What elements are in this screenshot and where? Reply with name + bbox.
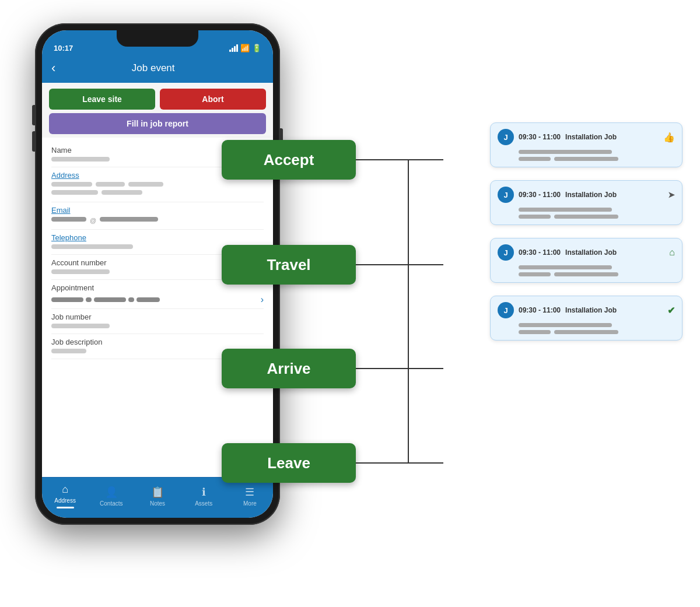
job-avatar-1: J <box>498 129 514 145</box>
travel-label: Travel <box>267 256 310 274</box>
job-avatar-4: J <box>498 302 514 318</box>
appointment-label: Appointment <box>51 283 264 292</box>
address-line1a <box>51 182 92 187</box>
check-icon: ✔ <box>667 305 675 316</box>
app-header: ‹ Job event <box>42 56 273 83</box>
job-number-label: Job number <box>51 313 264 321</box>
wifi-icon: 📶 <box>240 44 250 52</box>
job-title-2: Installation Job <box>565 191 617 199</box>
name-value <box>51 157 110 162</box>
travel-button[interactable]: Travel <box>222 245 356 285</box>
phone-notch <box>117 30 198 47</box>
address-line2a <box>51 190 98 195</box>
tab-address-label: Address <box>54 497 76 504</box>
email-part2 <box>100 217 158 222</box>
tab-address[interactable]: ⌂ Address <box>42 478 88 518</box>
signal-icon <box>229 44 238 52</box>
address-line1b <box>96 182 125 187</box>
telephone-value <box>51 244 133 249</box>
job-line-1a <box>519 150 612 154</box>
job-description-label: Job description <box>51 338 264 346</box>
address-line2b <box>102 190 142 195</box>
appointment-chevron[interactable]: › <box>261 294 264 305</box>
job-line-4a <box>519 323 612 327</box>
tab-contacts[interactable]: 👤 Contacts <box>88 478 134 518</box>
job-card-3-header: J 09:30 - 11:00 Installation Job ⌂ <box>498 244 675 261</box>
job-time-title-3: 09:30 - 11:00 Installation Job ⌂ <box>519 247 675 258</box>
job-card-2-header: J 09:30 - 11:00 Installation Job ➤ <box>498 187 675 203</box>
job-avatar-3: J <box>498 244 514 261</box>
form-area: Name Address <box>42 138 273 477</box>
accept-button[interactable]: Accept <box>222 140 356 180</box>
job-card-1: J 09:30 - 11:00 Installation Job 👍 <box>490 122 682 167</box>
battery-icon: 🔋 <box>252 44 261 52</box>
notes-tab-icon: 📋 <box>151 486 164 499</box>
tab-contacts-label: Contacts <box>100 500 123 507</box>
tab-notes[interactable]: 📋 Notes <box>134 478 180 518</box>
job-number-value <box>51 324 110 328</box>
active-tab-indicator <box>57 507 74 508</box>
appt-time <box>94 297 126 302</box>
back-button[interactable]: ‹ <box>51 61 55 76</box>
appointment-value <box>51 297 160 302</box>
fill-report-button[interactable]: Fill in job report <box>49 113 266 134</box>
job-time-title-4: 09:30 - 11:00 Installation Job ✔ <box>519 305 675 316</box>
tab-notes-label: Notes <box>150 500 165 507</box>
job-card-2: J 09:30 - 11:00 Installation Job ➤ <box>490 180 682 225</box>
job-line-4c <box>554 330 618 334</box>
tab-bar: ⌂ Address 👤 Contacts 📋 Notes ℹ Assets <box>42 477 273 518</box>
volume-up-button <box>32 105 35 125</box>
abort-button[interactable]: Abort <box>160 89 266 110</box>
job-line-3c <box>554 272 618 276</box>
job-description-value <box>51 349 86 353</box>
job-time-2: 09:30 - 11:00 <box>519 191 561 199</box>
leave-label: Leave <box>267 454 310 472</box>
job-title-4: Installation Job <box>565 306 617 314</box>
tab-more-label: More <box>243 500 257 507</box>
job-card-3: J 09:30 - 11:00 Installation Job ⌂ <box>490 238 682 283</box>
top-action-row: Leave site Abort <box>49 89 266 110</box>
home-icon: ⌂ <box>669 247 675 258</box>
leave-site-button[interactable]: Leave site <box>49 89 155 110</box>
leave-button[interactable]: Leave <box>222 443 356 483</box>
job-time-4: 09:30 - 11:00 <box>519 306 561 314</box>
tab-more[interactable]: ☰ More <box>227 478 273 518</box>
appt-sep1 <box>86 297 92 302</box>
job-time-title-1: 09:30 - 11:00 Installation Job 👍 <box>519 132 675 143</box>
job-line-1c <box>554 157 618 161</box>
telephone-label[interactable]: Telephone <box>51 233 264 242</box>
account-number-value <box>51 269 110 274</box>
assets-tab-icon: ℹ <box>202 486 206 499</box>
contacts-tab-icon: 👤 <box>105 486 118 499</box>
job-cards-area: J 09:30 - 11:00 Installation Job 👍 J 09:… <box>490 122 682 341</box>
volume-down-button <box>32 131 35 152</box>
job-card-1-lines <box>498 150 675 161</box>
job-line-2c <box>554 215 618 219</box>
job-line-3b <box>519 272 551 276</box>
arrive-button[interactable]: Arrive <box>222 349 356 388</box>
address-tab-icon: ⌂ <box>62 483 68 496</box>
address-line1c <box>128 182 163 187</box>
at-symbol: @ <box>90 217 96 224</box>
job-title-1: Installation Job <box>565 133 617 141</box>
job-line-1b <box>519 157 551 161</box>
job-number-field-group: Job number <box>51 309 264 334</box>
job-time-1: 09:30 - 11:00 <box>519 133 561 141</box>
email-label[interactable]: Email <box>51 206 264 215</box>
appt-sep2 <box>128 297 134 302</box>
accept-label: Accept <box>264 151 314 169</box>
tab-assets[interactable]: ℹ Assets <box>181 478 227 518</box>
email-field-group: Email @ <box>51 202 264 230</box>
job-card-4: J 09:30 - 11:00 Installation Job ✔ <box>490 296 682 341</box>
navigate-icon: ➤ <box>668 190 675 199</box>
job-card-3-lines <box>498 265 675 276</box>
job-time-title-2: 09:30 - 11:00 Installation Job ➤ <box>519 190 675 199</box>
action-buttons-area: Leave site Abort Fill in job report <box>42 83 273 138</box>
appt-end <box>136 297 160 302</box>
page-title: Job event <box>62 62 244 74</box>
job-card-1-header: J 09:30 - 11:00 Installation Job 👍 <box>498 129 675 145</box>
job-line-4b <box>519 330 551 334</box>
more-tab-icon: ☰ <box>245 486 254 499</box>
email-part1 <box>51 217 86 222</box>
arrive-label: Arrive <box>267 360 310 378</box>
